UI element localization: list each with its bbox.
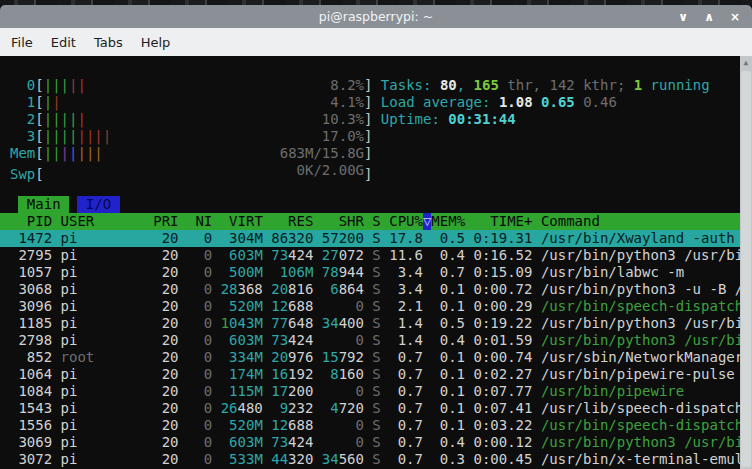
cell-res-part: 320 — [288, 451, 313, 467]
cell-virt-part: 115M — [229, 383, 263, 399]
scrollbar-up-arrow-icon[interactable]: ▲ — [740, 56, 752, 70]
cell-gap — [423, 417, 431, 434]
cell-time: 0:19.22 — [465, 315, 532, 332]
cell-shr-part: 78 — [322, 264, 339, 280]
cell-gap — [423, 281, 431, 298]
cell-virt-part: 520M — [229, 417, 263, 433]
menu-item-file[interactable]: File — [2, 28, 42, 56]
process-row-852[interactable]: 852root200334M2097615792S0.7 0.10:00.74/… — [10, 349, 740, 366]
scrollbar[interactable]: ▲ — [740, 56, 752, 469]
meter-value: 0K/2.00G — [297, 162, 364, 179]
cell-shr: 0 — [313, 332, 364, 349]
cell-time: 0:00.74 — [465, 349, 532, 366]
cell-res: 12688 — [263, 417, 314, 434]
process-row-1084[interactable]: 1084pi200115M172000S0.7 0.10:07.77/usr/b… — [10, 383, 740, 400]
col-pid[interactable]: PID — [10, 213, 52, 230]
cell-res-part: 200 — [288, 383, 313, 399]
cell-res-part: 12 — [271, 298, 288, 314]
process-row-1556[interactable]: 1556pi200520M126880S0.7 0.10:03.22/usr/b… — [10, 417, 740, 434]
process-row-3072[interactable]: 3072pi200533M4432034560S0.7 0.30:00.45/u… — [10, 451, 740, 468]
cell-shr-part: 0 — [356, 298, 364, 314]
col-user[interactable]: USER — [52, 213, 145, 230]
meter-open-bracket: [ — [35, 166, 43, 182]
col-shr[interactable]: SHR — [313, 213, 364, 230]
cell-res-part: 17 — [271, 383, 288, 399]
process-row-1057[interactable]: 1057pi200500M106M78944S3.4 0.70:15.09/us… — [10, 264, 740, 281]
cell-command: /usr/bin/python3 /usr/bin/ — [532, 247, 740, 264]
meter-label: 2 — [10, 111, 35, 128]
cell-shr-part: 15 — [322, 349, 339, 365]
minimize-button-icon[interactable]: ∨ — [676, 11, 690, 23]
tab-io[interactable]: I/O — [77, 196, 119, 213]
cell-ni: 0 — [179, 230, 213, 247]
maximize-button-icon[interactable]: ∧ — [702, 11, 716, 23]
process-row-3068[interactable]: 3068pi20028368208166864S3.4 0.10:00.72/u… — [10, 281, 740, 298]
col-mem[interactable]: MEM% — [431, 213, 465, 230]
col-pri[interactable]: PRI — [145, 213, 179, 230]
col-res[interactable]: RES — [263, 213, 314, 230]
cell-state: S — [364, 366, 381, 383]
cell-user: pi — [52, 417, 145, 434]
cell-res-part: 320 — [288, 230, 313, 246]
sort-indicator-icon[interactable]: ▽ — [423, 213, 431, 230]
cell-cpu: 3.4 — [381, 264, 423, 281]
cell-command: /usr/bin/Xwayland -auth /h — [532, 230, 740, 247]
close-button-icon[interactable]: × — [728, 11, 742, 23]
menu-item-edit[interactable]: Edit — [42, 28, 85, 56]
cell-res-part: 9 — [280, 400, 288, 416]
cell-virt-part: 304M — [229, 230, 263, 246]
cell-shr: 78944 — [313, 264, 364, 281]
col-command[interactable]: Command — [532, 213, 740, 230]
cell-res-part: 20 — [271, 349, 288, 365]
menu-item-tabs[interactable]: Tabs — [85, 28, 132, 56]
cell-gap — [423, 298, 431, 315]
process-row-3069[interactable]: 3069pi200603M734240S0.7 0.40:00.12/usr/b… — [10, 434, 740, 451]
cell-mem: 0.1 — [431, 349, 465, 366]
window-titlebar[interactable]: pi@raspberrypi: ~ ∨∧× — [0, 5, 752, 28]
process-row-1543[interactable]: 1543pi2002648092324720S0.7 0.10:07.41/us… — [10, 400, 740, 417]
meter-bars: ||||| — [44, 111, 86, 128]
cell-time: 0:00.45 — [465, 451, 532, 468]
col-ni[interactable]: NI — [179, 213, 213, 230]
cell-res: 73424 — [263, 434, 314, 451]
cell-pid: 1472 — [10, 230, 52, 247]
meter-2: 2[|||||10.3%] — [10, 111, 372, 128]
col-cpu[interactable]: CPU% — [381, 213, 423, 230]
col-virt[interactable]: VIRT — [212, 213, 263, 230]
cell-gap — [423, 451, 431, 468]
process-row-1472[interactable]: 1472pi200304M8632057200S17.8 0.50:19.31/… — [0, 230, 740, 247]
cell-ni: 0 — [179, 349, 213, 366]
tasks-summary-segment: 1 — [634, 77, 642, 93]
meter-0: 0[|||||8.2%] — [10, 77, 372, 94]
cell-command: /usr/bin/python3 /usr/bin/ — [532, 434, 740, 451]
process-row-2795[interactable]: 2795pi200603M7342427072S11.6 0.40:16.52/… — [10, 247, 740, 264]
col-time[interactable]: TIME+ — [465, 213, 532, 230]
cell-mem: 0.3 — [431, 451, 465, 468]
process-row-1185[interactable]: 1185pi2001043M7764834400S1.4 0.50:19.22/… — [10, 315, 740, 332]
cell-virt: 26480 — [212, 400, 263, 417]
cell-shr: 15792 — [313, 349, 364, 366]
cell-shr: 0 — [313, 383, 364, 400]
meter-line-mem: Mem[|||||||683M/15.8G] — [10, 145, 740, 162]
cell-command: /usr/bin/labwc -m — [532, 264, 740, 281]
meter-bar: | — [77, 111, 85, 127]
meter-line-0: 0[|||||8.2%]Tasks: 80, 165 thr, 142 kthr… — [10, 77, 740, 94]
cell-pri: 20 — [145, 230, 179, 247]
meter-label: 1 — [10, 94, 35, 111]
process-row-1064[interactable]: 1064pi200174M161928160S0.7 0.10:02.27/us… — [10, 366, 740, 383]
meter-close-bracket: ] — [364, 145, 372, 161]
cell-command: /usr/bin/x-terminal-emulat — [532, 451, 740, 468]
cell-gap — [423, 247, 431, 264]
col-s[interactable]: S — [364, 213, 381, 230]
cell-pri: 20 — [145, 264, 179, 281]
meter-line-swp: Swp[0K/2.00G] — [10, 162, 740, 179]
cell-state: S — [364, 264, 381, 281]
cell-res-part: 424 — [288, 332, 313, 348]
cell-cpu: 0.7 — [381, 383, 423, 400]
scrollbar-thumb[interactable] — [741, 71, 751, 467]
cell-ni: 0 — [179, 298, 213, 315]
tab-main[interactable]: Main — [18, 196, 69, 213]
process-row-3096[interactable]: 3096pi200520M126880S2.1 0.10:00.29/usr/b… — [10, 298, 740, 315]
process-row-2798[interactable]: 2798pi200603M734240S1.4 0.40:01.59/usr/b… — [10, 332, 740, 349]
menu-item-help[interactable]: Help — [132, 28, 180, 56]
